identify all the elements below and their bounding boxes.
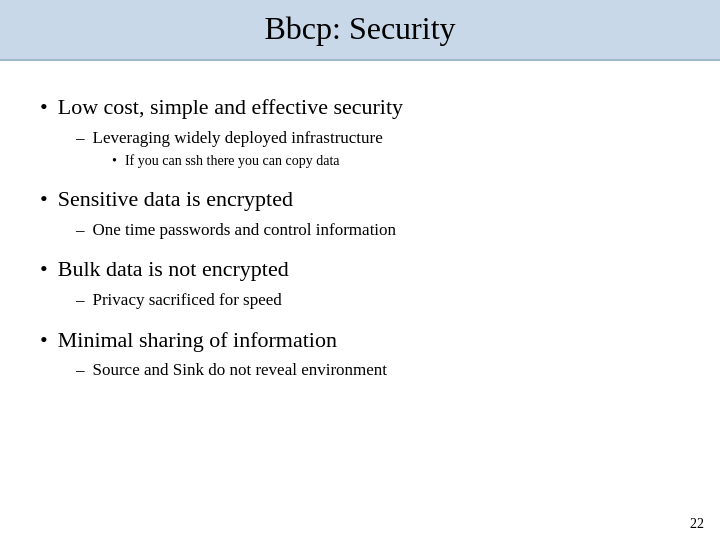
bullet-text: Leveraging widely deployed infrastructur… bbox=[93, 126, 383, 150]
list-item: • If you can ssh there you can copy data bbox=[112, 151, 680, 171]
list-item: • Minimal sharing of information bbox=[40, 326, 680, 355]
bullet-dot: • bbox=[112, 151, 117, 171]
bullet-dot: • bbox=[40, 93, 48, 122]
list-item: – Privacy sacrificed for speed bbox=[76, 288, 680, 312]
list-item: • Sensitive data is encrypted bbox=[40, 185, 680, 214]
bullet-text: Bulk data is not encrypted bbox=[58, 255, 289, 284]
bullet-text: One time passwords and control informati… bbox=[93, 218, 397, 242]
bullet-text: Privacy sacrificed for speed bbox=[93, 288, 282, 312]
list-item: – Source and Sink do not reveal environm… bbox=[76, 358, 680, 382]
slide: Bbcp: Security • Low cost, simple and ef… bbox=[0, 0, 720, 540]
list-item: • Low cost, simple and effective securit… bbox=[40, 93, 680, 122]
slide-header: Bbcp: Security bbox=[0, 0, 720, 61]
bullet-dash: – bbox=[76, 218, 85, 242]
bullet-text: Source and Sink do not reveal environmen… bbox=[93, 358, 388, 382]
bullet-text: If you can ssh there you can copy data bbox=[125, 151, 340, 171]
bullet-dot: • bbox=[40, 326, 48, 355]
slide-title: Bbcp: Security bbox=[20, 10, 700, 47]
bullet-dash: – bbox=[76, 288, 85, 312]
bullet-dot: • bbox=[40, 255, 48, 284]
slide-number: 22 bbox=[690, 516, 704, 532]
bullet-text: Low cost, simple and effective security bbox=[58, 93, 403, 122]
bullet-dash: – bbox=[76, 358, 85, 382]
slide-content: • Low cost, simple and effective securit… bbox=[0, 61, 720, 540]
bullet-text: Minimal sharing of information bbox=[58, 326, 337, 355]
bullet-dash: – bbox=[76, 126, 85, 150]
bullet-text: Sensitive data is encrypted bbox=[58, 185, 293, 214]
list-item: • Bulk data is not encrypted bbox=[40, 255, 680, 284]
list-item: – Leveraging widely deployed infrastruct… bbox=[76, 126, 680, 150]
bullet-dot: • bbox=[40, 185, 48, 214]
list-item: – One time passwords and control informa… bbox=[76, 218, 680, 242]
